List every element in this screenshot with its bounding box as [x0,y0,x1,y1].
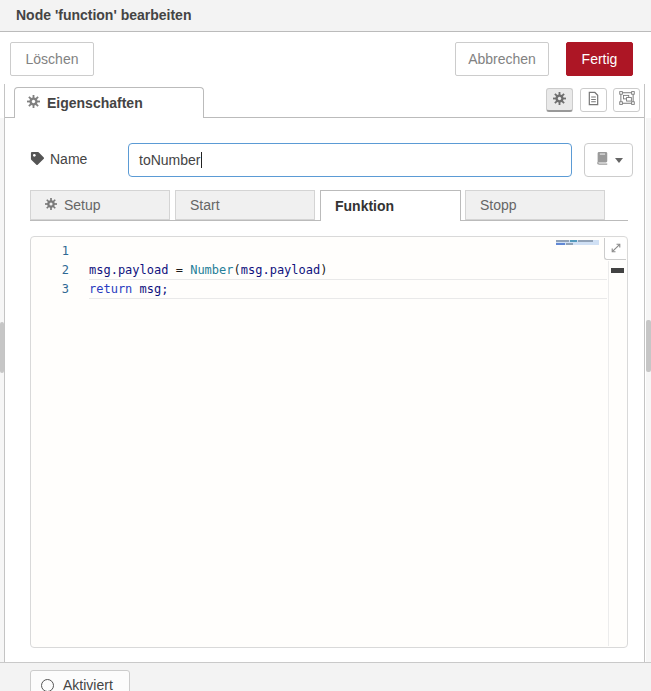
editor-scrollbar[interactable] [608,261,627,646]
expand-editor-button[interactable] [604,238,626,260]
code-lines: 1 2 msg.payload = Number(msg.payload) 3 … [31,242,607,299]
line-number: 1 [31,242,69,261]
done-button-label: Fertig [582,51,618,67]
editor-minimap[interactable] [556,240,599,249]
tab-stopp-label: Stopp [480,197,517,213]
delete-button-label: Löschen [26,51,79,67]
node-enabled-label: Aktiviert [63,677,113,691]
name-input[interactable]: toNumber [128,143,572,177]
right-scrollbar-thumb[interactable] [646,320,651,372]
dialog-title: Node 'function' bearbeiten [16,0,191,31]
book-icon [595,151,609,169]
expand-icon [610,240,622,258]
tab-properties-label: Eigenschaften [47,95,143,111]
edit-node-dialog: Node 'function' bearbeiten Löschen Abbre… [0,0,651,691]
cancel-button[interactable]: Abbrechen [455,42,549,76]
editor-scrollbar-thumb[interactable] [611,268,624,273]
tab-start-label: Start [190,197,220,213]
name-label: Name [50,151,87,167]
name-input-value: toNumber [139,152,200,168]
delete-button[interactable]: Löschen [10,42,94,76]
gear-icon [45,197,57,213]
code-line: 2 msg.payload = Number(msg.payload) [31,261,607,280]
properties-view-button[interactable] [546,88,573,112]
tab-start[interactable]: Start [175,190,315,220]
tab-funktion-label: Funktion [335,198,394,214]
dialog-left-border [4,84,5,662]
dialog-right-border [644,84,645,662]
tab-funktion[interactable]: Funktion [320,190,461,221]
code-line: 3 return msg; [31,280,607,299]
circle-icon [41,679,54,691]
minimap-slider [556,240,599,245]
code-line: 1 [31,242,607,261]
left-scrollbar-thumb[interactable] [0,322,4,373]
tag-icon [30,151,45,170]
appearance-view-button[interactable] [613,88,640,112]
code-editor[interactable]: 1 2 msg.payload = Number(msg.payload) 3 … [30,236,628,648]
tab-stopp[interactable]: Stopp [465,190,605,220]
right-scrollbar-track [646,118,651,662]
tab-properties[interactable]: Eigenschaften [14,87,204,118]
dialog-header: Node 'function' bearbeiten [0,0,651,32]
gear-icon [553,91,566,109]
description-view-button[interactable] [580,88,607,112]
tab-setup[interactable]: Setup [30,190,170,220]
text-cursor [201,152,202,168]
dialog-footer: Aktiviert [0,662,651,691]
cancel-button-label: Abbrechen [468,51,536,67]
object-group-icon [619,91,635,109]
done-button[interactable]: Fertig [566,42,633,76]
node-enabled-toggle[interactable]: Aktiviert [30,670,130,691]
tab-setup-label: Setup [64,197,101,213]
chevron-down-icon [615,158,623,163]
document-icon [587,91,600,110]
gear-icon [27,94,40,112]
line-number: 3 [31,280,69,299]
library-button[interactable] [584,143,633,177]
left-scrollbar-track [0,118,4,662]
line-number: 2 [31,261,69,280]
